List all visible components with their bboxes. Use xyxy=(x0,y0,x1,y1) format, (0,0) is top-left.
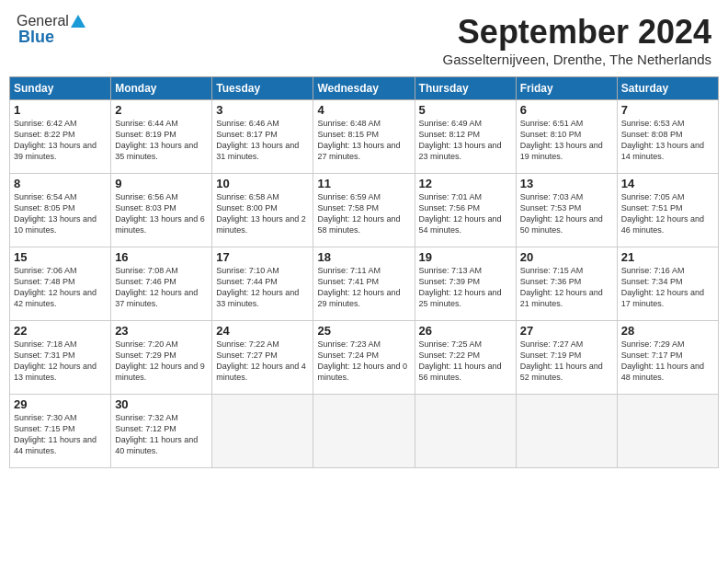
day-cell: 6Sunrise: 6:51 AMSunset: 8:10 PMDaylight… xyxy=(516,100,617,174)
day-number: 2 xyxy=(115,103,208,117)
day-number: 17 xyxy=(216,250,309,264)
day-number: 22 xyxy=(14,324,107,338)
day-info: Sunrise: 6:53 AMSunset: 8:08 PMDaylight:… xyxy=(621,118,714,163)
day-number: 30 xyxy=(115,397,208,411)
day-cell: 24Sunrise: 7:22 AMSunset: 7:27 PMDayligh… xyxy=(212,321,313,395)
logo: General Blue xyxy=(17,13,86,47)
day-cell: 27Sunrise: 7:27 AMSunset: 7:19 PMDayligh… xyxy=(516,321,617,395)
location-title: Gasselternijveen, Drenthe, The Netherlan… xyxy=(443,52,711,67)
day-info: Sunrise: 7:08 AMSunset: 7:46 PMDaylight:… xyxy=(115,265,208,310)
day-cell: 15Sunrise: 7:06 AMSunset: 7:48 PMDayligh… xyxy=(10,247,111,321)
header-cell-monday: Monday xyxy=(111,77,212,100)
day-info: Sunrise: 7:13 AMSunset: 7:39 PMDaylight:… xyxy=(419,265,512,310)
day-info: Sunrise: 7:20 AMSunset: 7:29 PMDaylight:… xyxy=(115,339,208,384)
month-title: September 2024 xyxy=(443,13,711,52)
day-number: 14 xyxy=(621,177,714,190)
day-info: Sunrise: 6:54 AMSunset: 8:05 PMDaylight:… xyxy=(14,191,107,236)
day-number: 8 xyxy=(14,177,107,190)
day-number: 18 xyxy=(317,250,410,264)
day-cell: 17Sunrise: 7:10 AMSunset: 7:44 PMDayligh… xyxy=(212,247,313,321)
day-number: 10 xyxy=(216,177,309,190)
page-header: General Blue September 2024 Gasselternij… xyxy=(9,9,719,71)
day-info: Sunrise: 7:23 AMSunset: 7:24 PMDaylight:… xyxy=(317,339,410,384)
title-block: September 2024 Gasselternijveen, Drenthe… xyxy=(443,13,711,67)
day-cell: 29Sunrise: 7:30 AMSunset: 7:15 PMDayligh… xyxy=(10,395,111,468)
day-cell: 8Sunrise: 6:54 AMSunset: 8:05 PMDaylight… xyxy=(10,174,111,247)
day-number: 20 xyxy=(520,250,613,264)
day-info: Sunrise: 6:59 AMSunset: 7:58 PMDaylight:… xyxy=(317,191,410,236)
header-cell-thursday: Thursday xyxy=(415,77,516,100)
header-cell-sunday: Sunday xyxy=(10,77,111,100)
day-cell: 28Sunrise: 7:29 AMSunset: 7:17 PMDayligh… xyxy=(617,321,718,395)
day-cell: 21Sunrise: 7:16 AMSunset: 7:34 PMDayligh… xyxy=(617,247,718,321)
day-info: Sunrise: 7:22 AMSunset: 7:27 PMDaylight:… xyxy=(216,339,309,384)
day-info: Sunrise: 6:58 AMSunset: 8:00 PMDaylight:… xyxy=(216,191,309,236)
day-cell xyxy=(313,395,415,468)
day-number: 4 xyxy=(317,103,410,117)
day-info: Sunrise: 7:32 AMSunset: 7:12 PMDaylight:… xyxy=(115,412,208,457)
week-row-5: 29Sunrise: 7:30 AMSunset: 7:15 PMDayligh… xyxy=(10,395,719,468)
day-info: Sunrise: 7:18 AMSunset: 7:31 PMDaylight:… xyxy=(14,339,107,384)
day-info: Sunrise: 6:46 AMSunset: 8:17 PMDaylight:… xyxy=(216,118,309,163)
day-cell: 10Sunrise: 6:58 AMSunset: 8:00 PMDayligh… xyxy=(212,174,313,247)
day-cell: 1Sunrise: 6:42 AMSunset: 8:22 PMDaylight… xyxy=(10,100,111,174)
day-info: Sunrise: 6:49 AMSunset: 8:12 PMDaylight:… xyxy=(419,118,512,163)
day-info: Sunrise: 7:06 AMSunset: 7:48 PMDaylight:… xyxy=(14,265,107,310)
logo-blue-text: Blue xyxy=(18,28,54,47)
day-cell: 26Sunrise: 7:25 AMSunset: 7:22 PMDayligh… xyxy=(415,321,516,395)
day-number: 25 xyxy=(317,324,410,338)
day-cell: 7Sunrise: 6:53 AMSunset: 8:08 PMDaylight… xyxy=(617,100,718,174)
header-cell-wednesday: Wednesday xyxy=(313,77,415,100)
day-number: 6 xyxy=(520,103,613,117)
day-info: Sunrise: 6:44 AMSunset: 8:19 PMDaylight:… xyxy=(115,118,208,163)
day-info: Sunrise: 7:03 AMSunset: 7:53 PMDaylight:… xyxy=(520,191,613,236)
day-cell: 20Sunrise: 7:15 AMSunset: 7:36 PMDayligh… xyxy=(516,247,617,321)
day-number: 11 xyxy=(317,177,410,190)
day-cell: 25Sunrise: 7:23 AMSunset: 7:24 PMDayligh… xyxy=(313,321,415,395)
day-info: Sunrise: 7:11 AMSunset: 7:41 PMDaylight:… xyxy=(317,265,410,310)
header-cell-saturday: Saturday xyxy=(617,77,718,100)
day-number: 29 xyxy=(14,397,107,411)
day-number: 3 xyxy=(216,103,309,117)
day-number: 9 xyxy=(115,177,208,190)
header-cell-tuesday: Tuesday xyxy=(212,77,313,100)
day-number: 12 xyxy=(419,177,512,190)
day-number: 27 xyxy=(520,324,613,338)
day-number: 7 xyxy=(621,103,714,117)
week-row-4: 22Sunrise: 7:18 AMSunset: 7:31 PMDayligh… xyxy=(10,321,719,395)
day-info: Sunrise: 7:15 AMSunset: 7:36 PMDaylight:… xyxy=(520,265,613,310)
day-number: 23 xyxy=(115,324,208,338)
day-cell: 3Sunrise: 6:46 AMSunset: 8:17 PMDaylight… xyxy=(212,100,313,174)
week-row-3: 15Sunrise: 7:06 AMSunset: 7:48 PMDayligh… xyxy=(10,247,719,321)
day-number: 26 xyxy=(419,324,512,338)
day-info: Sunrise: 7:10 AMSunset: 7:44 PMDaylight:… xyxy=(216,265,309,310)
day-cell xyxy=(212,395,313,468)
day-info: Sunrise: 6:48 AMSunset: 8:15 PMDaylight:… xyxy=(317,118,410,163)
week-row-2: 8Sunrise: 6:54 AMSunset: 8:05 PMDaylight… xyxy=(10,174,719,247)
day-number: 13 xyxy=(520,177,613,190)
day-number: 16 xyxy=(115,250,208,264)
day-cell: 23Sunrise: 7:20 AMSunset: 7:29 PMDayligh… xyxy=(111,321,212,395)
day-info: Sunrise: 7:27 AMSunset: 7:19 PMDaylight:… xyxy=(520,339,613,384)
day-number: 19 xyxy=(419,250,512,264)
day-cell: 9Sunrise: 6:56 AMSunset: 8:03 PMDaylight… xyxy=(111,174,212,247)
day-cell: 5Sunrise: 6:49 AMSunset: 8:12 PMDaylight… xyxy=(415,100,516,174)
day-info: Sunrise: 7:25 AMSunset: 7:22 PMDaylight:… xyxy=(419,339,512,384)
day-cell xyxy=(415,395,516,468)
day-cell: 11Sunrise: 6:59 AMSunset: 7:58 PMDayligh… xyxy=(313,174,415,247)
logo-triangle-icon xyxy=(70,13,86,29)
svg-marker-0 xyxy=(71,15,85,28)
day-number: 24 xyxy=(216,324,309,338)
day-cell: 4Sunrise: 6:48 AMSunset: 8:15 PMDaylight… xyxy=(313,100,415,174)
day-info: Sunrise: 7:16 AMSunset: 7:34 PMDaylight:… xyxy=(621,265,714,310)
day-cell: 13Sunrise: 7:03 AMSunset: 7:53 PMDayligh… xyxy=(516,174,617,247)
day-cell: 22Sunrise: 7:18 AMSunset: 7:31 PMDayligh… xyxy=(10,321,111,395)
day-number: 28 xyxy=(621,324,714,338)
week-row-1: 1Sunrise: 6:42 AMSunset: 8:22 PMDaylight… xyxy=(10,100,719,174)
day-info: Sunrise: 7:29 AMSunset: 7:17 PMDaylight:… xyxy=(621,339,714,384)
day-number: 15 xyxy=(14,250,107,264)
day-number: 1 xyxy=(14,103,107,117)
day-cell: 12Sunrise: 7:01 AMSunset: 7:56 PMDayligh… xyxy=(415,174,516,247)
day-cell xyxy=(516,395,617,468)
day-info: Sunrise: 7:05 AMSunset: 7:51 PMDaylight:… xyxy=(621,191,714,236)
